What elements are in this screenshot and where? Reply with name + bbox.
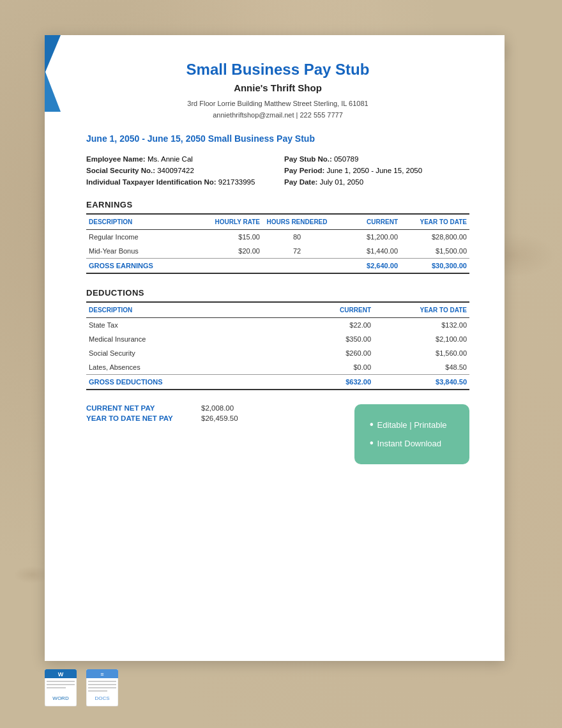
address-line2: anniethriftshop@zmail.net | 222 555 7777 xyxy=(86,110,469,121)
feature-item-2: • Instant Download xyxy=(370,434,454,453)
earnings-desc-1: Mid-Year Bonus xyxy=(86,244,201,259)
feature-label-1: Editable | Printable xyxy=(377,418,447,432)
deductions-section-title: DEDUCTIONS xyxy=(86,288,469,298)
feature-item-1: • Editable | Printable xyxy=(370,416,454,434)
deductions-current-0: $22.00 xyxy=(278,318,374,333)
earnings-hours-1: 72 xyxy=(262,244,331,259)
earnings-col-hours: HOURS RENDERED xyxy=(262,214,331,230)
svg-rect-14 xyxy=(88,690,107,692)
itin: Individual Taxpayer Identification No: 9… xyxy=(86,178,271,186)
earnings-col-current: CURRENT xyxy=(331,214,400,230)
docs-icon-wrapper[interactable]: ≡ DOCS xyxy=(86,669,118,709)
period-title: June 1, 2050 - June 15, 2050 Small Busin… xyxy=(86,133,469,144)
svg-rect-12 xyxy=(88,684,116,685)
svg-rect-13 xyxy=(88,687,116,688)
deductions-ytd-1: $2,100.00 xyxy=(412,332,469,346)
current-net-pay-label: CURRENT NET PAY xyxy=(86,404,188,412)
deductions-current-1: $350.00 xyxy=(278,332,374,346)
svg-text:DOCS: DOCS xyxy=(95,695,109,701)
svg-text:≡: ≡ xyxy=(100,671,103,678)
deductions-gross-row: GROSS DEDUCTIONS $632.00 $3,840.50 xyxy=(86,375,469,390)
deductions-col-ytd: YEAR TO DATE xyxy=(412,302,469,318)
deductions-col-current: CURRENT xyxy=(278,302,374,318)
deductions-row: State Tax $22.00 $132.00 xyxy=(86,318,469,333)
earnings-section-title: EARNINGS xyxy=(86,200,469,209)
employee-name: Employee Name: Ms. Annie Cal xyxy=(86,155,271,163)
svg-rect-4 xyxy=(47,684,75,685)
ytd-net-pay-label: YEAR TO DATE NET PAY xyxy=(86,414,188,422)
earnings-header-row: DESCRIPTION HOURLY RATE HOURS RENDERED C… xyxy=(86,214,469,230)
earnings-col-rate: HOURLY RATE xyxy=(201,214,262,230)
earnings-current-1: $1,440.00 xyxy=(331,244,400,259)
current-net-pay-value: $2,008.00 xyxy=(201,404,234,412)
earnings-current-0: $1,200.00 xyxy=(331,230,400,245)
gross-earnings-current: $2,640.00 xyxy=(331,259,400,274)
svg-rect-11 xyxy=(88,681,116,682)
word-file-icon: W WORD xyxy=(45,669,77,706)
feature-label-2: Instant Download xyxy=(377,436,441,451)
deductions-desc-2: Social Security xyxy=(86,346,239,360)
pay-stub-no: Pay Stub No.: 050789 xyxy=(284,155,469,163)
deductions-header-row: DESCRIPTION CURRENT YEAR TO DATE xyxy=(86,302,469,318)
svg-rect-3 xyxy=(47,681,75,682)
features-box: • Editable | Printable • Instant Downloa… xyxy=(354,404,469,464)
document-container: Small Business Pay Stub Annie's Thrift S… xyxy=(45,35,505,661)
earnings-hours-0: 80 xyxy=(262,230,331,245)
earnings-ytd-0: $28,800.00 xyxy=(400,230,469,245)
net-pay-left: CURRENT NET PAY $2,008.00 YEAR TO DATE N… xyxy=(86,404,238,422)
document-title: Small Business Pay Stub xyxy=(86,61,469,79)
pay-period: Pay Period: June 1, 2050 - June 15, 2050 xyxy=(284,167,469,174)
bullet-icon-1: • xyxy=(370,416,374,434)
deductions-desc-0: State Tax xyxy=(86,318,239,333)
google-docs-file-icon: ≡ DOCS xyxy=(86,669,118,706)
earnings-col-description: DESCRIPTION xyxy=(86,214,201,230)
deductions-ytd-3: $48.50 xyxy=(412,360,469,375)
gross-deductions-current: $632.00 xyxy=(278,375,374,390)
deductions-row: Social Security $260.00 $1,560.00 xyxy=(86,346,469,360)
company-name: Annie's Thrift Shop xyxy=(86,82,469,93)
pay-date: Pay Date: July 01, 2050 xyxy=(284,178,469,186)
earnings-row: Mid-Year Bonus $20.00 72 $1,440.00 $1,50… xyxy=(86,244,469,259)
bottom-icons: W WORD ≡ DOCS xyxy=(45,669,118,709)
earnings-table: DESCRIPTION HOURLY RATE HOURS RENDERED C… xyxy=(86,213,469,274)
current-net-pay-row: CURRENT NET PAY $2,008.00 xyxy=(86,404,238,412)
deductions-ytd-2: $1,560.00 xyxy=(412,346,469,360)
page-content: Small Business Pay Stub Annie's Thrift S… xyxy=(45,35,505,490)
gross-deductions-ytd: $3,840.50 xyxy=(412,375,469,390)
employee-info: Employee Name: Ms. Annie Cal Pay Stub No… xyxy=(86,155,469,186)
earnings-rate-1: $20.00 xyxy=(201,244,262,259)
address-line1: 3rd Floor Lorrie Building Matthew Street… xyxy=(86,98,469,110)
deductions-desc-1: Medical Insurance xyxy=(86,332,239,346)
ytd-net-pay-value: $26,459.50 xyxy=(201,414,238,422)
company-address: 3rd Floor Lorrie Building Matthew Street… xyxy=(86,98,469,121)
deductions-ytd-0: $132.00 xyxy=(412,318,469,333)
gross-earnings-label: GROSS EARNINGS xyxy=(86,259,201,274)
corner-decoration xyxy=(45,35,77,112)
word-icon-wrapper[interactable]: W WORD xyxy=(45,669,77,709)
deductions-current-2: $260.00 xyxy=(278,346,374,360)
ytd-net-pay-row: YEAR TO DATE NET PAY $26,459.50 xyxy=(86,414,238,422)
deductions-row: Medical Insurance $350.00 $2,100.00 xyxy=(86,332,469,346)
svg-text:WORD: WORD xyxy=(52,695,69,701)
gross-deductions-label: GROSS DEDUCTIONS xyxy=(86,375,239,390)
deductions-row: Lates, Absences $0.00 $48.50 xyxy=(86,360,469,375)
deductions-desc-3: Lates, Absences xyxy=(86,360,239,375)
earnings-col-ytd: YEAR TO DATE xyxy=(400,214,469,230)
earnings-row: Regular Income $15.00 80 $1,200.00 $28,8… xyxy=(86,230,469,245)
gross-earnings-ytd: $30,300.00 xyxy=(400,259,469,274)
svg-rect-5 xyxy=(47,687,66,688)
net-pay-section: CURRENT NET PAY $2,008.00 YEAR TO DATE N… xyxy=(86,404,469,464)
earnings-desc-0: Regular Income xyxy=(86,230,201,245)
deductions-current-3: $0.00 xyxy=(278,360,374,375)
deductions-table: DESCRIPTION CURRENT YEAR TO DATE State T… xyxy=(86,301,469,390)
svg-text:W: W xyxy=(58,671,64,678)
bullet-icon-2: • xyxy=(370,434,374,453)
earnings-gross-row: GROSS EARNINGS $2,640.00 $30,300.00 xyxy=(86,259,469,274)
earnings-rate-0: $15.00 xyxy=(201,230,262,245)
earnings-ytd-1: $1,500.00 xyxy=(400,244,469,259)
ssn: Social Security No.: 340097422 xyxy=(86,167,271,174)
deductions-col-description: DESCRIPTION xyxy=(86,302,239,318)
